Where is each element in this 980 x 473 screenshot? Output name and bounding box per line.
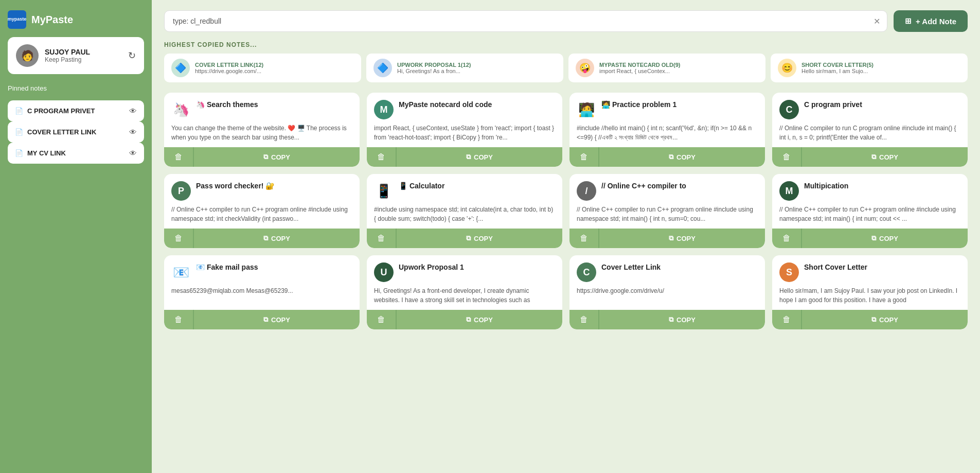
note-title: 📱 Calculator: [399, 181, 444, 190]
delete-button[interactable]: 🗑: [367, 229, 396, 248]
copy-button[interactable]: ⧉ COPY: [801, 310, 968, 329]
note-card: 📱 📱 Calculator #include using namespace …: [367, 174, 562, 248]
copy-button[interactable]: ⧉ COPY: [193, 147, 360, 167]
pinned-item-label: 📄 MY CV LINK: [15, 149, 66, 157]
add-note-button[interactable]: ⊞ + Add Note: [894, 10, 968, 32]
pinned-item-eye-icon[interactable]: 👁: [129, 128, 137, 136]
copy-button[interactable]: ⧉ COPY: [801, 147, 968, 167]
highest-note-card[interactable]: 🔷 UPWORK PROPOSAL 1(12) Hi, Greetings! A…: [366, 54, 563, 82]
delete-button[interactable]: 🗑: [772, 147, 801, 167]
note-preview: // Online C compiler to run C program on…: [779, 124, 960, 142]
note-card: C Cover Letter Link https://drive.google…: [569, 255, 765, 329]
highest-note-card[interactable]: 😊 SHORT COVER LETTER(5) Hello sir/mam, I…: [771, 54, 968, 82]
note-avatar: /: [577, 181, 596, 201]
note-card-body: U Upwork Proposal 1 Hi, Greetings! As a …: [367, 255, 562, 310]
note-card: / // Online C++ compiler to // Online C+…: [569, 174, 765, 248]
copy-button[interactable]: ⧉ COPY: [193, 310, 360, 329]
delete-button[interactable]: 🗑: [772, 310, 801, 329]
note-avatar: P: [171, 181, 191, 201]
note-actions: 🗑 ⧉ COPY: [367, 229, 562, 248]
note-actions: 🗑 ⧉ COPY: [367, 147, 562, 167]
copy-button[interactable]: ⧉ COPY: [193, 229, 360, 248]
note-avatar: 🦄: [171, 100, 191, 119]
add-note-icon: ⊞: [905, 16, 912, 26]
search-input[interactable]: [164, 10, 887, 32]
note-card-body: M MyPaste notecard old code import React…: [367, 93, 562, 147]
copy-icon: ⧉: [871, 316, 876, 324]
delete-button[interactable]: 🗑: [367, 310, 396, 329]
copy-button[interactable]: ⧉ COPY: [801, 229, 968, 248]
highest-note-card[interactable]: 🔷 COVER LETTER LINK(12) https://drive.go…: [164, 54, 361, 82]
copy-label: COPY: [474, 316, 493, 324]
note-avatar: 📧: [171, 262, 191, 282]
copy-button[interactable]: ⧉ COPY: [598, 229, 765, 248]
note-header: 📧 📧 Fake mail pass: [171, 262, 352, 282]
copy-icon: ⧉: [263, 316, 268, 324]
pinned-item-doc-icon: 📄: [15, 149, 23, 157]
add-note-label: + Add Note: [916, 17, 956, 26]
note-card-body: / // Online C++ compiler to // Online C+…: [569, 174, 765, 229]
note-title: C program privet: [804, 100, 862, 109]
pinned-item[interactable]: 📄 COVER LETTER LINK 👁: [8, 121, 144, 143]
highest-note-info: SHORT COVER LETTER(5) Hello sir/mam, I a…: [801, 62, 874, 74]
copy-label: COPY: [879, 316, 898, 324]
note-avatar: C: [577, 262, 596, 282]
highest-note-avatar: 🔷: [373, 59, 392, 77]
note-actions: 🗑 ⧉ COPY: [569, 147, 765, 167]
delete-button[interactable]: 🗑: [164, 147, 193, 167]
pinned-item[interactable]: 📄 C PROGRAM PRIVET 👁: [8, 100, 144, 121]
copy-icon: ⧉: [871, 153, 876, 161]
top-bar: ✕ ⊞ + Add Note: [164, 10, 968, 32]
highest-note-info: MYPASTE NOTECARD OLD(9) import React, { …: [599, 62, 680, 74]
delete-button[interactable]: 🗑: [367, 147, 396, 167]
note-actions: 🗑 ⧉ COPY: [772, 147, 968, 167]
note-avatar: C: [779, 100, 799, 119]
note-title: 🧑‍💻 Practice problem 1: [601, 100, 676, 109]
note-avatar: S: [779, 262, 799, 282]
delete-button[interactable]: 🗑: [772, 229, 801, 248]
pinned-list: 📄 C PROGRAM PRIVET 👁 📄 COVER LETTER LINK…: [8, 100, 144, 164]
note-card-body: C C program privet // Online C compiler …: [772, 93, 968, 147]
note-actions: 🗑 ⧉ COPY: [772, 310, 968, 329]
pinned-item[interactable]: 📄 MY CV LINK 👁: [8, 143, 144, 164]
copy-icon: ⧉: [669, 234, 673, 242]
note-title: Cover Letter Link: [601, 262, 661, 272]
main-content: ✕ ⊞ + Add Note HIGHEST COPIED NOTES... 🔷…: [152, 0, 980, 473]
sidebar: mypaste MyPaste 🧑 SUJOY PAUL Keep Pastin…: [0, 0, 152, 473]
copy-label: COPY: [879, 153, 898, 161]
note-title: Short Cover Letter: [804, 262, 867, 272]
refresh-icon[interactable]: ↻: [128, 50, 136, 61]
note-header: C Cover Letter Link: [577, 262, 758, 282]
note-header: M Multipication: [779, 181, 960, 201]
note-card: 🦄 🦄 Search themes You can change the the…: [164, 93, 360, 167]
note-actions: 🗑 ⧉ COPY: [164, 229, 360, 248]
note-card-body: C Cover Letter Link https://drive.google…: [569, 255, 765, 310]
copy-button[interactable]: ⧉ COPY: [396, 229, 562, 248]
note-card-body: M Multipication // Online C++ compiler t…: [772, 174, 968, 229]
highest-row: 🔷 COVER LETTER LINK(12) https://drive.go…: [164, 54, 968, 82]
pinned-item-eye-icon[interactable]: 👁: [129, 149, 137, 157]
copy-label: COPY: [474, 235, 493, 242]
pinned-item-eye-icon[interactable]: 👁: [129, 107, 137, 115]
note-card: U Upwork Proposal 1 Hi, Greetings! As a …: [367, 255, 562, 329]
note-header: / // Online C++ compiler to: [577, 181, 758, 201]
delete-button[interactable]: 🗑: [569, 147, 598, 167]
note-header: 📱 📱 Calculator: [374, 181, 555, 201]
note-header: U Upwork Proposal 1: [374, 262, 555, 282]
copy-icon: ⧉: [466, 316, 471, 324]
copy-button[interactable]: ⧉ COPY: [396, 310, 562, 329]
delete-button[interactable]: 🗑: [164, 310, 193, 329]
search-clear-icon[interactable]: ✕: [874, 16, 880, 26]
copy-button[interactable]: ⧉ COPY: [396, 147, 562, 167]
note-title: Pass word checker! 🔐: [196, 181, 274, 190]
delete-button[interactable]: 🗑: [569, 229, 598, 248]
highest-note-card[interactable]: 🤪 MYPASTE NOTECARD OLD(9) import React, …: [568, 54, 765, 82]
delete-button[interactable]: 🗑: [569, 310, 598, 329]
note-header: P Pass word checker! 🔐: [171, 181, 352, 201]
copy-icon: ⧉: [466, 153, 471, 161]
note-card-body: P Pass word checker! 🔐 // Online C++ com…: [164, 174, 360, 229]
copy-button[interactable]: ⧉ COPY: [598, 147, 765, 167]
copy-button[interactable]: ⧉ COPY: [598, 310, 765, 329]
delete-button[interactable]: 🗑: [164, 229, 193, 248]
note-preview: Hello sir/mam, I am Sujoy Paul. I saw yo…: [779, 286, 960, 305]
